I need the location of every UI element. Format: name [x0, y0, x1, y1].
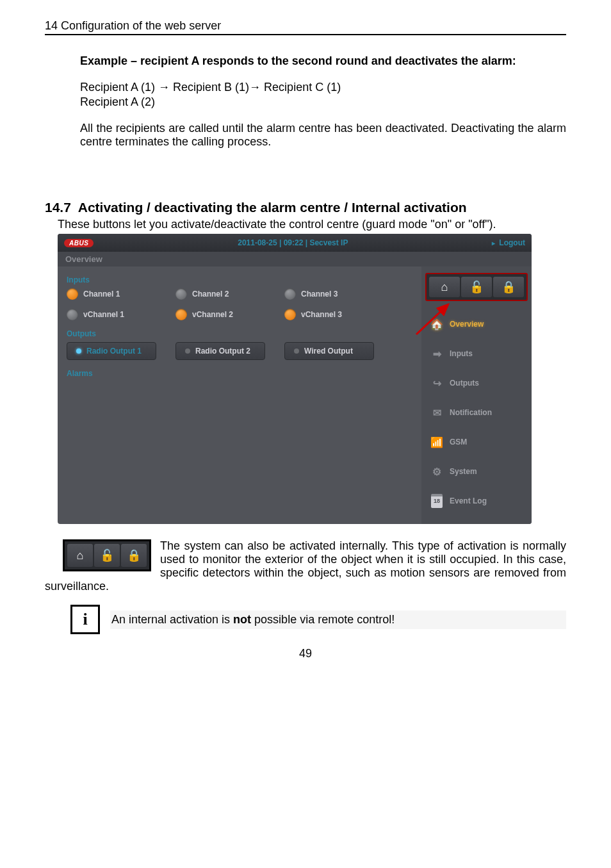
channel-label: Channel 2	[192, 290, 229, 299]
sidebar-item-system[interactable]: ⚙System	[425, 459, 528, 484]
deactivate-button[interactable]: 🔓	[461, 277, 492, 297]
example-line-2: Recipient A (2)	[80, 95, 566, 109]
lock-open-icon: 🔓	[469, 280, 484, 294]
envelope-icon: ✉	[430, 407, 443, 419]
status-indicator-icon	[284, 309, 296, 320]
channel-item[interactable]: vChannel 3	[284, 309, 374, 320]
output-label: Radio Output 1	[86, 347, 142, 356]
info-icon: i	[70, 605, 100, 634]
sidebar-item-overview[interactable]: 🏠Overview	[425, 311, 528, 337]
inputs-label: Inputs	[67, 275, 412, 284]
arrow-in-icon: ➡	[430, 348, 443, 360]
output-label: Wired Output	[304, 347, 353, 356]
output-pill[interactable]: Radio Output 2	[175, 342, 265, 360]
output-pill[interactable]: Radio Output 1	[67, 342, 156, 360]
channel-label: Channel 3	[301, 290, 338, 299]
section-heading: 14.7 Activating / deactivating the alarm…	[45, 200, 566, 215]
section-title-text: Activating / deactivating the alarm cent…	[78, 200, 467, 215]
outputs-label: Outputs	[67, 329, 412, 338]
example-paragraph: All the recipients are called until the …	[80, 122, 566, 149]
lock-closed-icon: 🔒	[501, 280, 516, 294]
lock-home-icon: ⌂	[441, 281, 448, 294]
output-indicator-icon	[76, 348, 81, 354]
status-indicator-icon	[175, 288, 187, 300]
status-indicator-icon	[67, 288, 78, 300]
section-number: 14.7	[45, 200, 71, 215]
deactivate-button[interactable]: 🔓	[94, 544, 120, 567]
calendar-icon: 18	[430, 494, 443, 508]
page-subtitle: Overview	[58, 252, 532, 266]
sidebar-item-label: Outputs	[450, 379, 479, 388]
sidebar-item-label: System	[450, 467, 477, 476]
internal-activate-button[interactable]: ⌂	[429, 277, 460, 297]
sidebar-item-notification[interactable]: ✉Notification	[425, 400, 528, 425]
output-indicator-icon	[294, 348, 299, 354]
sidebar-item-label: Notification	[450, 408, 492, 417]
internal-activate-button[interactable]: ⌂	[67, 544, 93, 567]
home-icon: 🏠	[430, 318, 443, 331]
channel-item[interactable]: Channel 3	[284, 288, 374, 300]
header-datetime: 2011-08-25 | 09:22 | Secvest IP	[94, 238, 492, 247]
sidebar-item-eventlog[interactable]: 18Event Log	[425, 488, 528, 514]
lock-home-icon: ⌂	[77, 549, 84, 562]
channel-item[interactable]: Channel 1	[67, 288, 156, 300]
logout-link[interactable]: Logout	[492, 238, 525, 247]
note-text: possible via remote control!	[251, 613, 395, 626]
sidebar-item-label: GSM	[450, 438, 467, 446]
channel-label: vChannel 2	[192, 310, 233, 319]
channel-item[interactable]: vChannel 2	[175, 309, 265, 320]
sidebar-item-label: Event Log	[450, 496, 487, 505]
status-indicator-icon	[175, 309, 187, 320]
status-indicator-icon	[67, 309, 78, 320]
channel-label: vChannel 3	[301, 310, 342, 319]
sidebar-item-gsm[interactable]: 📶GSM	[425, 429, 528, 455]
brand-logo: ABUS	[64, 239, 94, 247]
alarms-label: Alarms	[67, 369, 412, 378]
channel-item[interactable]: vChannel 1	[67, 309, 156, 320]
note-bold: not	[233, 613, 251, 626]
status-indicator-icon	[284, 288, 296, 300]
section-description: These buttons let you activate/deactivat…	[58, 218, 566, 231]
info-note: An internal activation is not possible v…	[110, 610, 566, 629]
gear-icon: ⚙	[430, 466, 443, 478]
activate-button[interactable]: 🔒	[493, 277, 524, 297]
activate-button[interactable]: 🔒	[121, 544, 147, 567]
output-indicator-icon	[185, 348, 190, 354]
lock-open-icon: 🔓	[100, 548, 114, 562]
output-label: Radio Output 2	[195, 347, 250, 356]
sidebar-item-label: Overview	[450, 320, 484, 329]
signal-icon: 📶	[430, 436, 443, 448]
activation-buttons-inline: ⌂ 🔓 🔒	[63, 539, 151, 571]
channel-label: vChannel 1	[83, 310, 124, 319]
note-text: An internal activation is	[111, 613, 233, 626]
channel-item[interactable]: Channel 2	[175, 288, 265, 300]
arrow-out-icon: ↪	[430, 377, 443, 389]
channel-label: Channel 1	[83, 290, 120, 299]
device-screenshot: ABUS 2011-08-25 | 09:22 | Secvest IP Log…	[58, 234, 532, 524]
page-header: 14 Configuration of the web server	[45, 19, 566, 35]
example-line-1: Recipient A (1) → Recipient B (1)→ Recip…	[80, 81, 566, 94]
page-number: 49	[45, 647, 566, 660]
sidebar-item-inputs[interactable]: ➡Inputs	[425, 341, 528, 366]
output-pill[interactable]: Wired Output	[284, 342, 374, 360]
lock-closed-icon: 🔒	[127, 548, 141, 562]
activation-button-group: ⌂ 🔓 🔒	[425, 273, 528, 301]
sidebar-item-label: Inputs	[450, 349, 473, 358]
sidebar-item-outputs[interactable]: ↪Outputs	[425, 370, 528, 396]
example-heading: Example – recipient A responds to the se…	[80, 54, 566, 68]
